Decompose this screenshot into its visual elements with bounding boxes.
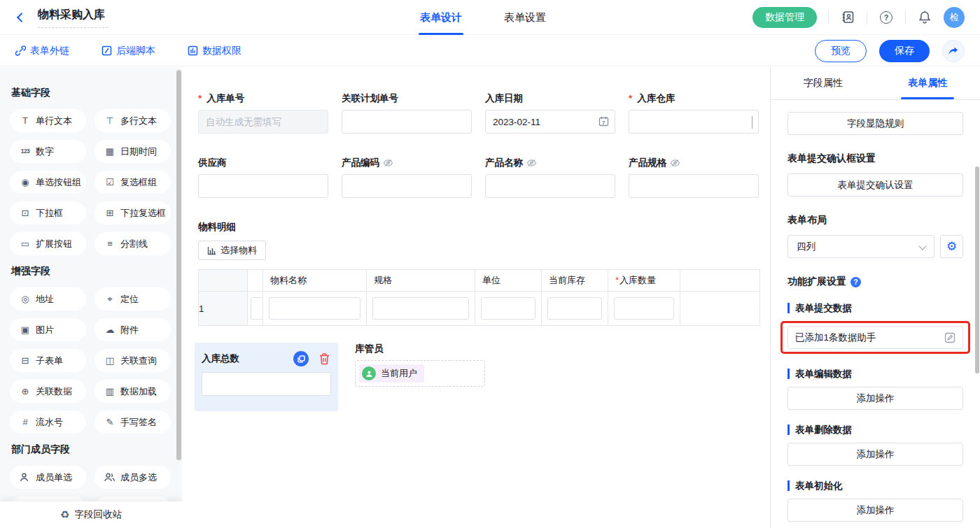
sidebar-item-multi-line-text[interactable]: ⊤多行文本	[94, 109, 171, 132]
help-icon[interactable]: ?	[878, 10, 894, 25]
form-canvas[interactable]: 入库单号 关联计划单号 入库日期 入库仓库	[182, 67, 770, 528]
member-multi-icon	[104, 473, 115, 482]
sidebar-item-subform[interactable]: ⊟子表单	[10, 349, 86, 372]
product-spec-input[interactable]	[629, 174, 759, 198]
user-avatar[interactable]: 检	[944, 7, 965, 28]
panel-scrollbar[interactable]	[975, 166, 979, 373]
properties-panel: 字段属性 表单属性 字段显隐规则 表单提交确认框设置 表单提交确认设置 表单布局…	[770, 67, 980, 528]
field-label: 入库总数	[202, 353, 239, 365]
address-book-icon[interactable]	[840, 10, 855, 25]
permission-icon	[188, 45, 198, 56]
share-button[interactable]	[942, 40, 965, 62]
sidebar-item-member-multi[interactable]: 成员多选	[94, 466, 171, 489]
data-manage-button[interactable]: 数据管理	[752, 7, 817, 28]
material-name-input[interactable]	[269, 297, 360, 320]
delete-field-icon[interactable]	[317, 352, 331, 366]
field-product-spec[interactable]: 产品规格	[629, 157, 759, 198]
share-arrow-icon	[948, 46, 959, 56]
script-icon	[102, 45, 112, 56]
sidebar-item-multi-select[interactable]: ⊞下拉复选框	[94, 201, 171, 224]
total-input[interactable]	[202, 372, 331, 396]
field-product-name[interactable]: 产品名称	[485, 157, 615, 198]
field-product-code[interactable]: 产品编码	[342, 157, 472, 198]
add-action-button-delete[interactable]: 添加操作	[788, 443, 963, 466]
field-supplier[interactable]: 供应商	[198, 157, 328, 198]
edit-pencil-icon[interactable]	[944, 332, 955, 343]
tab-form-design[interactable]: 表单设计	[420, 0, 462, 35]
submit-confirm-settings-button[interactable]: 表单提交确认设置	[788, 173, 963, 197]
copy-field-icon[interactable]	[293, 351, 309, 366]
sidebar-item-datetime[interactable]: ▦日期时间	[94, 140, 171, 163]
help-badge-icon[interactable]: ?	[850, 277, 861, 287]
tab-form-settings[interactable]: 表单设置	[504, 0, 546, 35]
field-warehouse[interactable]: 入库仓库	[629, 92, 759, 134]
sidebar-item-single-line-text[interactable]: T单行文本	[10, 109, 86, 132]
sidebar-item-linked-data[interactable]: ⊕关联数据	[10, 380, 86, 403]
material-detail-table[interactable]: 物料名称 规格 单位 当前库存 入库数量 1	[198, 269, 760, 326]
save-button[interactable]: 保存	[879, 40, 930, 62]
subsection-init: 表单初始化	[788, 480, 963, 491]
tab-field-properties[interactable]: 字段属性	[771, 67, 876, 99]
sidebar-scrollbar[interactable]	[176, 70, 181, 460]
sidebar-item-data-load[interactable]: ▥数据加载	[94, 380, 171, 403]
form-external-link[interactable]: 表单外链	[15, 45, 69, 57]
backend-script-link[interactable]: 后端脚本	[102, 45, 155, 57]
sidebar-item-image[interactable]: ▣图片	[10, 318, 86, 341]
add-action-button-edit[interactable]: 添加操作	[788, 387, 963, 410]
field-plan-no[interactable]: 关联计划单号	[342, 92, 472, 134]
preview-button[interactable]: 预览	[815, 40, 867, 62]
linked-query-icon: ◫	[104, 356, 115, 365]
number-icon: 123	[20, 148, 31, 155]
sidebar-item-select[interactable]: ⊡下拉框	[10, 201, 86, 224]
inbound-date-input[interactable]	[485, 110, 615, 134]
sidebar-item-number[interactable]: 123数字	[10, 140, 86, 163]
sidebar-item-radio-group[interactable]: ◉单选按钮组	[10, 171, 86, 194]
sidebar-item-serial-number[interactable]: #流水号	[10, 411, 86, 434]
row-index-cell: 1	[199, 292, 248, 326]
sidebar-item-locate[interactable]: ⌖定位	[94, 287, 171, 311]
field-recycle-bin[interactable]: ♻ 字段回收站	[0, 501, 182, 528]
subsection-delete-data: 表单删除数据	[788, 424, 963, 435]
layout-select[interactable]: 四列	[788, 235, 934, 258]
product-name-input[interactable]	[485, 174, 615, 198]
add-action-button-init[interactable]: 添加操作	[788, 499, 963, 522]
back-button[interactable]	[14, 10, 29, 25]
plan-no-input[interactable]	[342, 110, 472, 134]
qty-input[interactable]	[614, 297, 674, 320]
field-keeper[interactable]: 库管员 当前用户	[355, 343, 485, 411]
sidebar-item-linked-query[interactable]: ◫关联查询	[94, 349, 171, 372]
keeper-value-box[interactable]: 当前用户	[355, 360, 485, 387]
form-title[interactable]: 物料采购入库	[38, 6, 108, 28]
tab-form-properties[interactable]: 表单属性	[876, 67, 980, 99]
field-inbound-no[interactable]: 入库单号	[198, 92, 328, 134]
field-visibility-rules-button[interactable]: 字段显隐规则	[788, 112, 963, 135]
field-palette-sidebar: 基础字段 T单行文本 ⊤多行文本 123数字 ▦日期时间 ◉单选按钮组 ☑复选框…	[0, 67, 182, 528]
unit-input[interactable]	[481, 297, 536, 320]
clipped-cell-input[interactable]	[251, 297, 262, 320]
sidebar-item-address[interactable]: ◎地址	[10, 287, 86, 311]
supplier-input[interactable]	[198, 174, 328, 198]
user-icon	[362, 366, 376, 380]
inbound-no-input[interactable]	[198, 110, 328, 134]
sidebar-item-checkbox-group[interactable]: ☑复选框组	[94, 171, 171, 194]
sidebar-item-signature[interactable]: ✎手写签名	[94, 411, 171, 434]
data-load-icon: ▥	[104, 387, 115, 396]
sidebar-item-divider[interactable]: ≡分割线	[94, 232, 171, 255]
member-single-icon	[20, 473, 31, 482]
product-code-input[interactable]	[342, 174, 472, 198]
sidebar-item-extend-button[interactable]: ▭扩展按钮	[10, 232, 86, 255]
warehouse-select[interactable]	[629, 110, 759, 134]
field-total-selected[interactable]: 入库总数	[195, 343, 338, 411]
sidebar-item-attachment[interactable]: ☁附件	[94, 318, 171, 341]
stock-input[interactable]	[547, 297, 602, 320]
data-assistant-button[interactable]: 已添加1条数据助手	[788, 326, 963, 349]
select-material-button[interactable]: 选择物料	[198, 241, 266, 260]
notification-bell-icon[interactable]	[917, 10, 932, 25]
material-detail-label: 物料明细	[198, 221, 770, 234]
eye-slash-icon	[526, 159, 537, 167]
spec-input[interactable]	[372, 297, 469, 320]
data-permission-link[interactable]: 数据权限	[188, 45, 241, 57]
layout-settings-button[interactable]: ⚙	[940, 235, 963, 258]
field-inbound-date[interactable]: 入库日期	[485, 92, 615, 134]
sidebar-item-member-single[interactable]: 成员单选	[10, 466, 86, 489]
